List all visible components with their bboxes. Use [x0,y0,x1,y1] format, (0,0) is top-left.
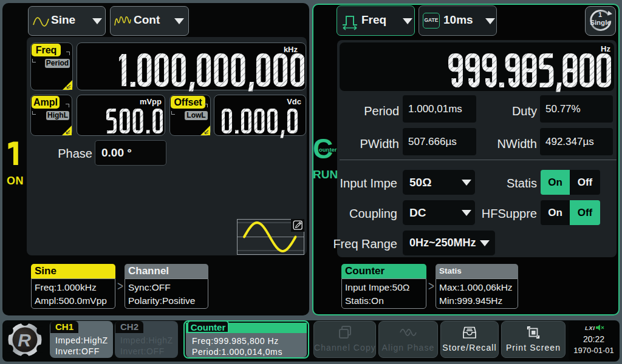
svg-text:R: R [18,330,31,350]
svg-text:Single: Single [590,19,611,26]
svg-text:1: 1 [598,11,602,18]
